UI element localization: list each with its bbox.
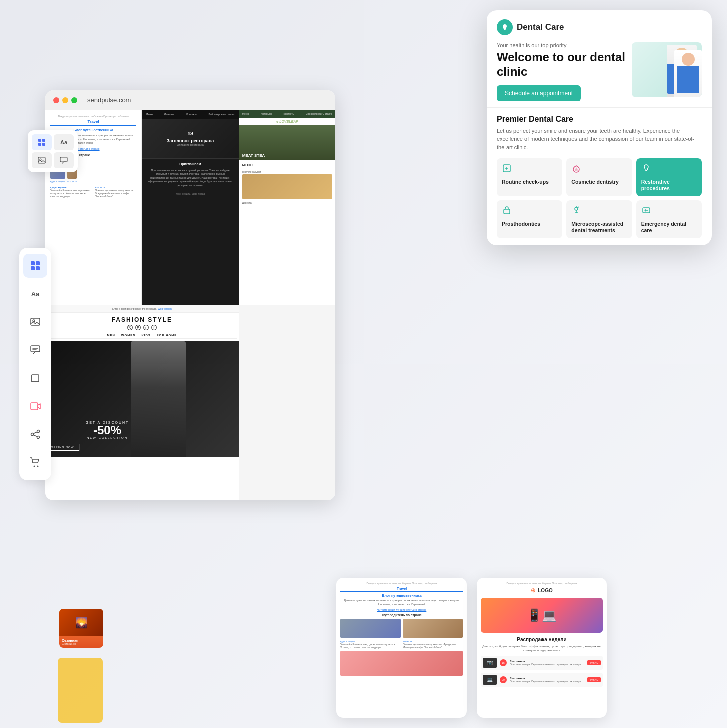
dental-cta-button[interactable]: Schedule an appointment [497,85,581,101]
fashion-nav-home[interactable]: FOR HOME [157,334,177,337]
svg-rect-12 [31,403,38,410]
fashion-hero: GET A DISCOUNT -50% NEW COLLECTION SHOPP… [45,341,239,457]
btm-travel-img1 [340,619,401,638]
deco-yellow-strip [58,658,103,723]
template-placeholder [239,305,335,500]
svg-point-19 [37,466,39,467]
template-travel-preview-note: Введите краткое описание сообщения Просм… [50,115,136,118]
fashion-nav-kids[interactable]: KIDS [141,334,150,337]
btm-promo-item1-badge: 15 [500,659,507,666]
svg-rect-1 [36,261,40,265]
svg-rect-2 [31,266,35,270]
fashion-nav-men[interactable]: MEN [107,334,115,337]
service-prostho-label: Prosthodontics [502,221,557,227]
dental-premier-title: Premier Dental Care [497,115,702,124]
svg-rect-31 [42,139,45,142]
service-emergency[interactable]: Emergency dental care [636,200,702,238]
template-food-item2: Десерты [242,201,332,204]
svg-point-14 [31,433,34,436]
template-travel-col1-title: куда сходить [50,180,65,183]
dot-red [53,97,59,103]
btm-promo-item2-badge: 20 [500,676,507,683]
sidebar-item-grid[interactable] [23,254,47,278]
browser-content: Введите краткое описание сообщения Просм… [45,110,335,500]
sidebar-item-text[interactable]: Aa [23,282,47,306]
svg-rect-23 [504,209,510,214]
btm-travel-col-labels: куда сходить 5 вещей в Копенгагене, где … [340,640,463,649]
template-restaurant-signature: Кухн-Бердяй, шеф-повар [142,190,238,197]
btm-travel-col2-body: Помним делаем выливку вместе с Фредерика… [403,643,463,649]
template-food-section: МЕНЮ [242,163,332,168]
browser-url: sendpulse.com [87,96,131,104]
social-facebook-icon[interactable]: f [151,325,157,330]
service-routine-icon [502,163,557,176]
sidebar-item-cart[interactable] [23,450,47,474]
btm-promo-item1-text: Заголовок Описание товара. Перечень ключ… [510,660,584,666]
service-emergency-icon [641,205,697,218]
sidebar-item-image[interactable] [23,310,47,334]
bottom-cards: Введите краткое описание сообщения Просм… [336,578,607,718]
doctor2-figure [674,50,702,97]
btm-promo-item2-image: 💻 [483,675,497,685]
template-food-content: МЕНЮ Горячие закуски Десерты [239,160,335,208]
svg-rect-0 [31,261,35,265]
svg-point-24 [575,207,578,210]
social-twitter-icon[interactable]: 𝕏 [127,325,133,330]
service-restorative[interactable]: Restorative procedures [636,158,702,196]
social-pinterest-icon[interactable]: P [135,325,141,330]
template-travel-logo: Travel [50,119,136,126]
seasonal-text: Сезонная [62,639,101,642]
dot-green [71,97,77,103]
service-routine[interactable]: Routine check-ups [497,158,562,196]
btm-promo-banner: 📱💻 [481,598,603,633]
service-restorative-icon [641,163,697,176]
deco-mini-grid: Aa [32,134,74,168]
btm-promo-item2-desc: Описание товара. Перечень ключевых харак… [510,680,584,683]
template-food-logo: ✿ LOVELEAF [239,118,335,125]
btm-travel-preview-note: Введите краткое описание сообщения Просм… [340,582,463,585]
svg-line-16 [34,432,37,434]
template-restaurant-title: Заголовок ресторана [167,138,214,143]
btm-promo-item2-button[interactable]: купить [587,677,601,682]
btm-travel-content: Введите краткое описание сообщения Просм… [336,578,467,680]
bottom-card-promo: Введите краткое описание сообщения Просм… [477,578,607,718]
template-restaurant-invite-body: Приглашаем вас посетить наш лучший ресто… [148,169,232,187]
template-restaurant-subtitle: Описание ресторана [177,143,203,146]
bottom-card-travel: Введите краткое описание сообщения Просм… [336,578,467,718]
dental-brand-name: Dental Care [517,22,564,32]
template-food-item: Горячие закуски [242,170,332,173]
main-wrapper: Aa sendpulse.com [0,0,727,728]
service-microscope[interactable]: Microscope-assisted dental treatments [566,200,632,238]
fashion-nav-women[interactable]: WOMEN [121,334,136,337]
svg-line-28 [578,207,579,208]
social-linkedin-icon[interactable]: in [143,325,149,330]
svg-rect-33 [42,143,45,146]
deco-grid-icon [32,134,52,150]
template-fashion: Enter a brief description of the message… [45,305,239,500]
service-microscope-label: Microscope-assisted dental treatments [571,221,627,233]
template-restaurant-icon: 🍽 [188,131,193,136]
sidebar-item-video[interactable] [23,394,47,418]
sidebar: Aa [19,248,51,480]
service-cosmetic[interactable]: Cosmetic dentistry [566,158,632,196]
btm-promo-item1: 📷 15 Заголовок Описание товара. Перечень… [481,656,603,670]
fashion-preview-bar: Enter a brief description of the message… [45,305,239,313]
fashion-web-version-link[interactable]: Web version [158,307,172,310]
svg-rect-6 [31,346,40,352]
dental-premier-desc: Let us perfect your smile and ensure you… [497,127,702,152]
svg-point-13 [37,430,40,433]
sidebar-item-crop[interactable] [23,366,47,390]
browser-window: sendpulse.com Введите краткое описание с… [45,90,335,500]
btm-promo-item1-button[interactable]: купить [587,660,601,665]
btm-promo-item1-image: 📷 [483,658,497,668]
dental-hero: Your health is our top priority Welcome … [497,42,702,101]
sidebar-item-chat[interactable] [23,338,47,362]
template-travel-col1-body: 5 вещей в Копенгагене, где можно прогуля… [50,189,92,198]
template-food-hero: MEAT STEA [239,125,335,160]
service-cosmetic-icon [571,163,627,176]
service-prostho[interactable]: Prosthodontics [497,200,562,238]
seasonal-subtext: Скидки до [62,642,101,645]
sidebar-item-share[interactable] [23,422,47,446]
btm-travel-heading: Блог путешественника [340,594,463,597]
svg-rect-32 [38,143,41,146]
